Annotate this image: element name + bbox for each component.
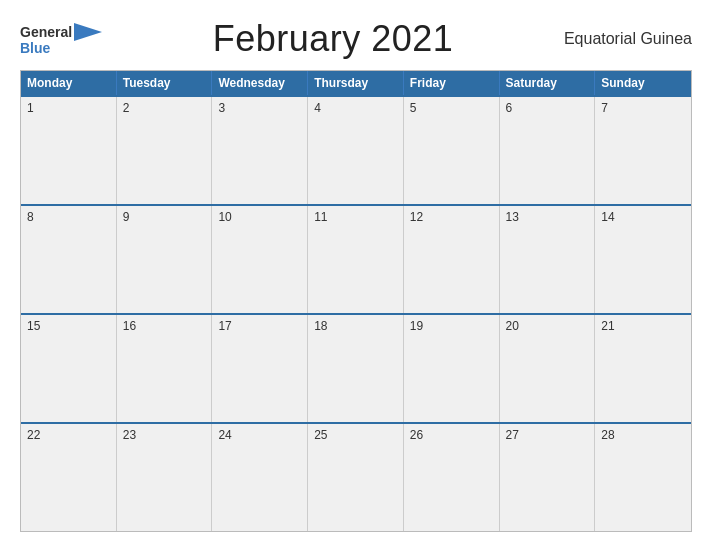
- day-15: 15: [21, 315, 117, 422]
- week-4: 22 23 24 25 26 27 28: [21, 422, 691, 531]
- col-saturday: Saturday: [500, 71, 596, 95]
- day-22: 22: [21, 424, 117, 531]
- calendar-grid: Monday Tuesday Wednesday Thursday Friday…: [20, 70, 692, 532]
- day-19: 19: [404, 315, 500, 422]
- day-17: 17: [212, 315, 308, 422]
- day-28: 28: [595, 424, 691, 531]
- day-18: 18: [308, 315, 404, 422]
- page-header: General Blue February 2021 Equatorial Gu…: [20, 18, 692, 60]
- day-14: 14: [595, 206, 691, 313]
- day-4: 4: [308, 97, 404, 204]
- day-2: 2: [117, 97, 213, 204]
- day-13: 13: [500, 206, 596, 313]
- col-wednesday: Wednesday: [212, 71, 308, 95]
- day-10: 10: [212, 206, 308, 313]
- logo: General Blue: [20, 23, 102, 55]
- week-3: 15 16 17 18 19 20 21: [21, 313, 691, 422]
- day-16: 16: [117, 315, 213, 422]
- week-1: 1 2 3 4 5 6 7: [21, 95, 691, 204]
- day-24: 24: [212, 424, 308, 531]
- week-2: 8 9 10 11 12 13 14: [21, 204, 691, 313]
- day-12: 12: [404, 206, 500, 313]
- calendar-header-row: Monday Tuesday Wednesday Thursday Friday…: [21, 71, 691, 95]
- logo-flag-icon: [74, 23, 102, 41]
- col-friday: Friday: [404, 71, 500, 95]
- day-6: 6: [500, 97, 596, 204]
- calendar-page: General Blue February 2021 Equatorial Gu…: [0, 0, 712, 550]
- day-3: 3: [212, 97, 308, 204]
- col-sunday: Sunday: [595, 71, 691, 95]
- day-25: 25: [308, 424, 404, 531]
- day-5: 5: [404, 97, 500, 204]
- col-monday: Monday: [21, 71, 117, 95]
- day-27: 27: [500, 424, 596, 531]
- col-thursday: Thursday: [308, 71, 404, 95]
- day-21: 21: [595, 315, 691, 422]
- day-7: 7: [595, 97, 691, 204]
- day-23: 23: [117, 424, 213, 531]
- day-9: 9: [117, 206, 213, 313]
- day-20: 20: [500, 315, 596, 422]
- day-1: 1: [21, 97, 117, 204]
- day-26: 26: [404, 424, 500, 531]
- calendar-title: February 2021: [213, 18, 454, 60]
- day-11: 11: [308, 206, 404, 313]
- day-8: 8: [21, 206, 117, 313]
- svg-marker-0: [74, 23, 102, 41]
- calendar-body: 1 2 3 4 5 6 7 8 9 10 11 12 13 14 15 16: [21, 95, 691, 531]
- logo-general-text: General: [20, 25, 72, 39]
- country-label: Equatorial Guinea: [564, 30, 692, 48]
- col-tuesday: Tuesday: [117, 71, 213, 95]
- logo-blue-text: Blue: [20, 41, 50, 55]
